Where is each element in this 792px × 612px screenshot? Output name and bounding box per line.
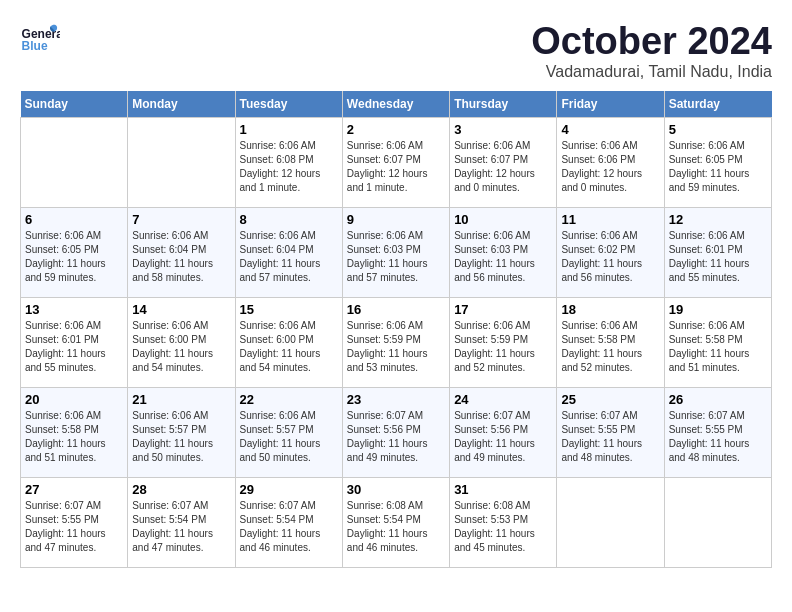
day-info: Sunrise: 6:06 AMSunset: 6:04 PMDaylight:… [132,229,230,285]
day-info: Sunrise: 6:06 AMSunset: 6:01 PMDaylight:… [669,229,767,285]
day-number: 30 [347,482,445,497]
page-header: General Blue October 2024 Vadamadurai, T… [20,20,772,81]
week-row-2: 6Sunrise: 6:06 AMSunset: 6:05 PMDaylight… [21,208,772,298]
svg-text:Blue: Blue [22,39,48,53]
day-number: 19 [669,302,767,317]
day-number: 22 [240,392,338,407]
table-cell: 1Sunrise: 6:06 AMSunset: 6:08 PMDaylight… [235,118,342,208]
table-cell: 7Sunrise: 6:06 AMSunset: 6:04 PMDaylight… [128,208,235,298]
table-cell [557,478,664,568]
day-number: 27 [25,482,123,497]
day-number: 21 [132,392,230,407]
table-cell: 13Sunrise: 6:06 AMSunset: 6:01 PMDayligh… [21,298,128,388]
day-number: 5 [669,122,767,137]
day-info: Sunrise: 6:07 AMSunset: 5:55 PMDaylight:… [561,409,659,465]
table-cell: 21Sunrise: 6:06 AMSunset: 5:57 PMDayligh… [128,388,235,478]
day-info: Sunrise: 6:06 AMSunset: 6:05 PMDaylight:… [669,139,767,195]
day-number: 11 [561,212,659,227]
table-cell: 25Sunrise: 6:07 AMSunset: 5:55 PMDayligh… [557,388,664,478]
day-info: Sunrise: 6:07 AMSunset: 5:56 PMDaylight:… [347,409,445,465]
day-number: 13 [25,302,123,317]
day-number: 24 [454,392,552,407]
table-cell: 10Sunrise: 6:06 AMSunset: 6:03 PMDayligh… [450,208,557,298]
table-cell: 22Sunrise: 6:06 AMSunset: 5:57 PMDayligh… [235,388,342,478]
col-saturday: Saturday [664,91,771,118]
day-info: Sunrise: 6:06 AMSunset: 6:07 PMDaylight:… [347,139,445,195]
calendar-header-row: Sunday Monday Tuesday Wednesday Thursday… [21,91,772,118]
table-cell: 27Sunrise: 6:07 AMSunset: 5:55 PMDayligh… [21,478,128,568]
day-number: 9 [347,212,445,227]
day-number: 16 [347,302,445,317]
calendar-table: Sunday Monday Tuesday Wednesday Thursday… [20,91,772,568]
table-cell: 5Sunrise: 6:06 AMSunset: 6:05 PMDaylight… [664,118,771,208]
day-info: Sunrise: 6:07 AMSunset: 5:55 PMDaylight:… [25,499,123,555]
day-number: 6 [25,212,123,227]
week-row-4: 20Sunrise: 6:06 AMSunset: 5:58 PMDayligh… [21,388,772,478]
day-info: Sunrise: 6:07 AMSunset: 5:56 PMDaylight:… [454,409,552,465]
day-info: Sunrise: 6:06 AMSunset: 6:03 PMDaylight:… [454,229,552,285]
day-info: Sunrise: 6:06 AMSunset: 6:07 PMDaylight:… [454,139,552,195]
day-number: 14 [132,302,230,317]
table-cell: 11Sunrise: 6:06 AMSunset: 6:02 PMDayligh… [557,208,664,298]
day-number: 31 [454,482,552,497]
table-cell: 3Sunrise: 6:06 AMSunset: 6:07 PMDaylight… [450,118,557,208]
day-info: Sunrise: 6:06 AMSunset: 5:59 PMDaylight:… [347,319,445,375]
day-number: 28 [132,482,230,497]
day-number: 25 [561,392,659,407]
day-info: Sunrise: 6:06 AMSunset: 6:02 PMDaylight:… [561,229,659,285]
table-cell: 23Sunrise: 6:07 AMSunset: 5:56 PMDayligh… [342,388,449,478]
table-cell: 14Sunrise: 6:06 AMSunset: 6:00 PMDayligh… [128,298,235,388]
day-info: Sunrise: 6:06 AMSunset: 6:06 PMDaylight:… [561,139,659,195]
week-row-5: 27Sunrise: 6:07 AMSunset: 5:55 PMDayligh… [21,478,772,568]
month-title: October 2024 [531,20,772,63]
day-info: Sunrise: 6:06 AMSunset: 5:58 PMDaylight:… [669,319,767,375]
day-number: 17 [454,302,552,317]
table-cell: 8Sunrise: 6:06 AMSunset: 6:04 PMDaylight… [235,208,342,298]
day-number: 15 [240,302,338,317]
day-number: 8 [240,212,338,227]
col-friday: Friday [557,91,664,118]
day-info: Sunrise: 6:06 AMSunset: 6:05 PMDaylight:… [25,229,123,285]
day-info: Sunrise: 6:06 AMSunset: 6:04 PMDaylight:… [240,229,338,285]
day-number: 20 [25,392,123,407]
week-row-1: 1Sunrise: 6:06 AMSunset: 6:08 PMDaylight… [21,118,772,208]
table-cell: 28Sunrise: 6:07 AMSunset: 5:54 PMDayligh… [128,478,235,568]
day-number: 7 [132,212,230,227]
table-cell: 26Sunrise: 6:07 AMSunset: 5:55 PMDayligh… [664,388,771,478]
day-info: Sunrise: 6:07 AMSunset: 5:55 PMDaylight:… [669,409,767,465]
table-cell [128,118,235,208]
table-cell: 24Sunrise: 6:07 AMSunset: 5:56 PMDayligh… [450,388,557,478]
day-info: Sunrise: 6:07 AMSunset: 5:54 PMDaylight:… [240,499,338,555]
day-number: 2 [347,122,445,137]
table-cell: 15Sunrise: 6:06 AMSunset: 6:00 PMDayligh… [235,298,342,388]
col-tuesday: Tuesday [235,91,342,118]
day-info: Sunrise: 6:06 AMSunset: 5:57 PMDaylight:… [132,409,230,465]
table-cell: 6Sunrise: 6:06 AMSunset: 6:05 PMDaylight… [21,208,128,298]
day-number: 10 [454,212,552,227]
day-number: 29 [240,482,338,497]
table-cell: 30Sunrise: 6:08 AMSunset: 5:54 PMDayligh… [342,478,449,568]
day-number: 18 [561,302,659,317]
day-info: Sunrise: 6:06 AMSunset: 6:00 PMDaylight:… [132,319,230,375]
col-sunday: Sunday [21,91,128,118]
table-cell: 31Sunrise: 6:08 AMSunset: 5:53 PMDayligh… [450,478,557,568]
day-number: 26 [669,392,767,407]
day-number: 4 [561,122,659,137]
day-info: Sunrise: 6:06 AMSunset: 5:58 PMDaylight:… [561,319,659,375]
table-cell: 16Sunrise: 6:06 AMSunset: 5:59 PMDayligh… [342,298,449,388]
table-cell: 29Sunrise: 6:07 AMSunset: 5:54 PMDayligh… [235,478,342,568]
table-cell: 12Sunrise: 6:06 AMSunset: 6:01 PMDayligh… [664,208,771,298]
col-monday: Monday [128,91,235,118]
day-number: 3 [454,122,552,137]
day-number: 1 [240,122,338,137]
table-cell: 19Sunrise: 6:06 AMSunset: 5:58 PMDayligh… [664,298,771,388]
table-cell [21,118,128,208]
table-cell: 20Sunrise: 6:06 AMSunset: 5:58 PMDayligh… [21,388,128,478]
title-section: October 2024 Vadamadurai, Tamil Nadu, In… [531,20,772,81]
day-info: Sunrise: 6:08 AMSunset: 5:53 PMDaylight:… [454,499,552,555]
day-info: Sunrise: 6:06 AMSunset: 6:08 PMDaylight:… [240,139,338,195]
table-cell [664,478,771,568]
day-info: Sunrise: 6:07 AMSunset: 5:54 PMDaylight:… [132,499,230,555]
location-subtitle: Vadamadurai, Tamil Nadu, India [531,63,772,81]
day-info: Sunrise: 6:06 AMSunset: 5:58 PMDaylight:… [25,409,123,465]
